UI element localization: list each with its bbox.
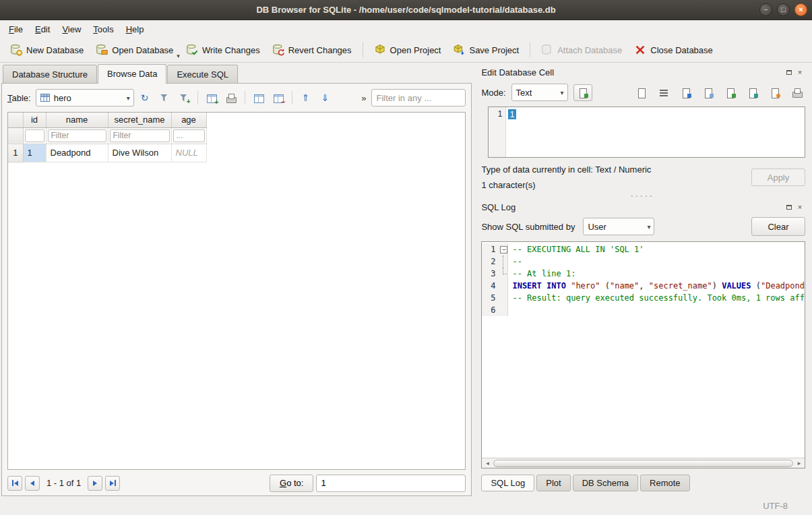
table-select[interactable]: hero ▾ [36, 89, 134, 107]
close-database-button[interactable]: Close Database [628, 40, 719, 60]
clear-button[interactable]: Clear [751, 217, 805, 236]
sort-asc-icon[interactable]: ⇑ [297, 89, 315, 107]
column-header-secret-name[interactable]: secret_name [108, 113, 171, 127]
cell-name[interactable]: Deadpond [46, 144, 108, 162]
toolbar-overflow-chevron[interactable]: » [358, 93, 369, 103]
word-wrap-icon[interactable] [656, 84, 672, 100]
sql-log-line: 3-- At line 1: [482, 268, 805, 280]
line-number: 3 [482, 268, 498, 280]
cell-editor-line-number: 1 [489, 107, 506, 157]
menu-edit[interactable]: Edit [29, 22, 56, 37]
maximize-icon[interactable]: □ [777, 3, 790, 16]
clear-all-filters-icon[interactable] [156, 89, 173, 107]
next-page-button[interactable] [88, 476, 102, 491]
table-select-value: hero [54, 93, 71, 103]
tab-execute-sql[interactable]: Execute SQL [167, 65, 238, 83]
cell-editor[interactable]: 1 1 [488, 107, 805, 158]
new-database-icon [10, 44, 22, 56]
filter-input-name[interactable] [48, 129, 106, 142]
scroll-left-icon[interactable]: ◂ [482, 458, 493, 468]
first-page-button[interactable] [7, 476, 22, 491]
menu-view[interactable]: View [56, 22, 87, 37]
data-grid[interactable]: id name secret_name age 1 1 [7, 112, 466, 470]
fold-marker-icon[interactable] [498, 243, 508, 255]
browse-toolbar: Table: hero ▾ ↻⇑⇓ » [2, 84, 471, 110]
sql-log-code: -- [508, 255, 522, 268]
apply-button: Apply [751, 169, 805, 186]
menu-tools[interactable]: Tools [87, 22, 119, 37]
column-header-age[interactable]: age [171, 113, 206, 127]
tab-browse-data[interactable]: Browse Data [98, 64, 166, 84]
set-null-icon[interactable] [767, 84, 783, 100]
toolbar-separator [245, 91, 245, 104]
cell-age[interactable]: NULL [171, 144, 206, 162]
filter-input-age[interactable] [173, 129, 205, 142]
main-tabbar: Database Structure Browse Data Execute S… [1, 63, 474, 83]
grid-corner [8, 113, 23, 127]
cell-secret-name[interactable]: Dive Wilson [108, 144, 171, 162]
edit-cell-toolbar: Mode: Text ▾ [477, 79, 807, 104]
delete-record-icon[interactable] [270, 89, 287, 107]
sql-log-line: 4INSERT INTO "hero" ("name", "secret_nam… [482, 280, 805, 292]
paste-cell-icon[interactable] [700, 84, 716, 100]
row-number[interactable]: 1 [8, 144, 23, 162]
open-project-button[interactable]: Open Project [368, 40, 447, 60]
open-in-external-icon[interactable] [573, 84, 592, 101]
tab-remote[interactable]: Remote [640, 475, 690, 491]
cell-id[interactable]: 1 [23, 144, 46, 162]
copy-cell-icon[interactable] [678, 84, 694, 100]
menu-file[interactable]: File [3, 22, 29, 37]
scrollbar-thumb[interactable] [493, 460, 793, 467]
row-range-label: 1 - 1 of 1 [46, 478, 81, 488]
last-page-button[interactable] [105, 476, 120, 491]
goto-input[interactable] [316, 475, 466, 492]
tab-plot[interactable]: Plot [536, 475, 570, 491]
mode-select[interactable]: Text ▾ [511, 84, 568, 101]
revert-changes-button[interactable]: Revert Changes [266, 40, 358, 60]
write-changes-button[interactable]: Write Changes [180, 40, 266, 60]
column-header-name[interactable]: name [46, 113, 108, 127]
filter-input-id[interactable] [25, 129, 44, 142]
previous-page-button[interactable] [25, 476, 40, 491]
tab-db-schema[interactable]: DB Schema [573, 475, 638, 491]
close-panel-icon[interactable]: × [794, 67, 805, 77]
export-to-file-icon[interactable] [745, 84, 761, 100]
filter-any-input[interactable] [371, 89, 466, 107]
sql-log-lines[interactable]: 1-- EXECUTING ALL IN 'SQL 1'2--3-- At li… [482, 242, 805, 458]
sort-desc-icon[interactable]: ⇓ [317, 89, 334, 107]
filter-input-secret-name[interactable] [110, 129, 170, 142]
print-rows-icon[interactable] [222, 89, 240, 107]
save-project-button[interactable]: Save Project [447, 40, 525, 60]
new-database-button[interactable]: New Database [4, 40, 90, 60]
open-database-button[interactable]: Open Database [90, 40, 179, 60]
refresh-icon[interactable]: ↻ [136, 89, 154, 107]
float-panel-icon[interactable] [784, 202, 794, 212]
goto-button[interactable]: Go to: [270, 475, 313, 492]
section-resize-handle[interactable] [477, 190, 807, 200]
close-window-icon[interactable]: × [794, 3, 807, 16]
print-cell-icon[interactable] [789, 84, 805, 100]
fold-gutter [498, 304, 508, 316]
tab-database-structure[interactable]: Database Structure [3, 65, 97, 83]
submitted-by-select[interactable]: User ▾ [583, 218, 654, 235]
sql-log-code: INSERT INTO "hero" ("name", "secret_name… [508, 280, 805, 292]
edit-cell-title: Edit Database Cell [481, 67, 784, 78]
menu-help[interactable]: Help [120, 22, 150, 37]
duplicate-record-icon[interactable] [250, 89, 268, 107]
column-header-id[interactable]: id [23, 113, 46, 127]
insert-record-icon[interactable] [203, 89, 220, 107]
minimize-icon[interactable]: − [759, 3, 772, 16]
tab-sql-log[interactable]: SQL Log [481, 475, 534, 491]
text-document-icon[interactable] [633, 84, 650, 100]
scroll-right-icon[interactable]: ▸ [794, 458, 805, 468]
save-filter-icon[interactable] [175, 89, 193, 107]
titlebar[interactable]: DB Browser for SQLite - /home/user/code/… [0, 0, 812, 20]
import-from-file-icon[interactable] [722, 84, 739, 100]
close-panel-icon[interactable]: × [794, 202, 805, 212]
fold-gutter [498, 280, 508, 292]
statusbar: UTF-8 [0, 496, 812, 515]
float-panel-icon[interactable] [784, 67, 794, 77]
fold-gutter [498, 292, 508, 304]
cell-editor-content[interactable]: 1 [506, 107, 518, 157]
horizontal-scrollbar[interactable]: ◂ ▸ [482, 458, 805, 468]
